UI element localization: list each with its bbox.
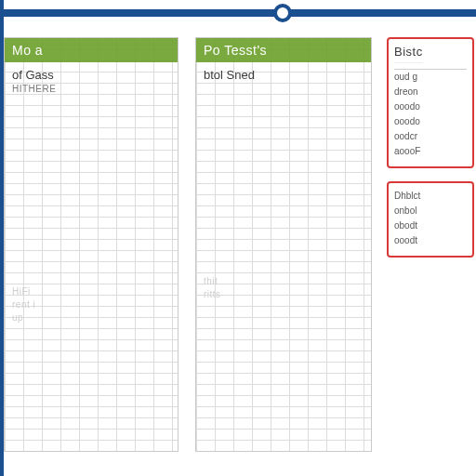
panel-bottom-item[interactable]: Dhblct [394,189,467,204]
panel-top-item[interactable]: oodcr [394,129,467,144]
column-mid-title: Po Tesst's [204,43,267,58]
faint-line: thit [204,275,364,288]
panel-top-item[interactable]: oud g [394,70,467,85]
column-left: Mo a of Gass HITHERE HiFi rent i up [4,37,178,452]
grid-bg-mid [196,38,371,451]
column-mid-subtitle: btol Sned [196,62,371,84]
panel-top-item[interactable]: ooodo [394,99,467,114]
column-left-faint: HiFi rent i up [5,285,178,324]
panel-bottom-item[interactable]: obodt [394,218,467,233]
panel-bottom[interactable]: Dhblct onbol obodt ooodt [387,181,474,258]
panel-bottom-item[interactable]: ooodt [394,233,467,248]
faint-line: HiFi [12,285,170,298]
panel-top-title: Bistc [394,45,423,63]
timeline-marker[interactable] [273,4,292,22]
column-mid-meta [196,84,371,89]
panel-top-item[interactable]: aoooF [394,144,467,159]
panel-top[interactable]: Bistc oud g dreon ooodo ooodo oodcr aooo… [387,37,474,168]
column-mid: Po Tesst's btol Sned thit ritts [195,37,372,452]
stage: Mo a of Gass HITHERE HiFi rent i up Po T… [0,32,476,476]
column-left-meta: HITHERE [5,84,178,99]
panel-top-item[interactable]: ooodo [394,114,467,129]
grid-bg-left [5,38,178,451]
faint-line: ritts [204,288,364,301]
column-left-title: Mo a [12,43,43,58]
column-left-header[interactable]: Mo a [5,38,178,62]
column-mid-faint: thit ritts [196,275,371,301]
timeline-bar [0,9,476,17]
panel-top-item[interactable]: dreon [394,85,467,99]
column-left-subtitle: of Gass [5,62,178,84]
right-rail: Bistc oud g dreon ooodo ooodo oodcr aooo… [387,37,474,258]
panel-bottom-item[interactable]: onbol [394,204,467,218]
faint-line: rent i [12,298,170,311]
column-mid-header[interactable]: Po Tesst's [196,38,371,62]
faint-line: up [12,311,170,324]
